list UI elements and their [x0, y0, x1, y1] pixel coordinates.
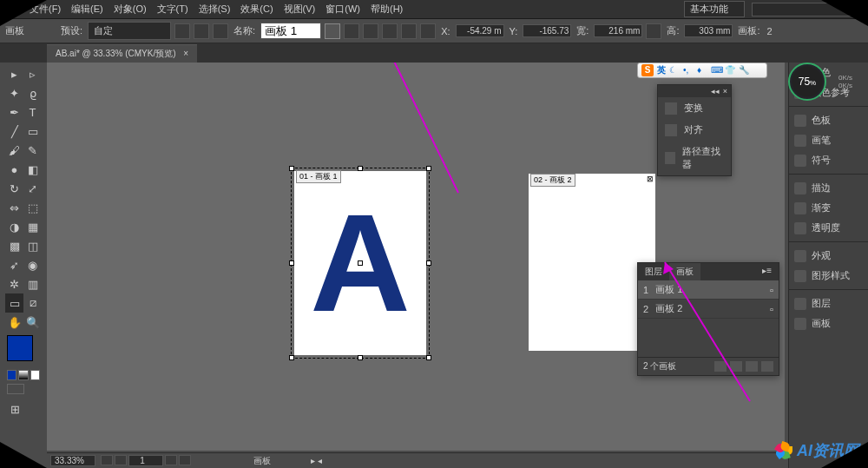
- gradient-tool-icon[interactable]: ◫: [23, 236, 42, 255]
- edit-toolbar-icon[interactable]: ⊞: [5, 399, 24, 419]
- panel-gradient[interactable]: 渐变: [789, 198, 868, 218]
- ime-toolbar[interactable]: S 英 ☾ •, ♦ ⌨ 👕 🔧: [637, 63, 767, 78]
- zoom-level[interactable]: 33.33%: [50, 455, 95, 466]
- handle-icon[interactable]: [426, 355, 431, 360]
- panel-menu-icon[interactable]: ▸≡: [755, 263, 779, 280]
- eyedropper-tool-icon[interactable]: ➶: [5, 255, 23, 274]
- panel-item-transform[interactable]: 变换: [658, 97, 731, 119]
- panel-item-pathfinder[interactable]: 路径查找器: [658, 141, 731, 175]
- delete-artboard-icon[interactable]: [761, 361, 773, 372]
- width-tool-icon[interactable]: ⇔: [5, 198, 23, 217]
- pencil-tool-icon[interactable]: ✎: [23, 141, 42, 160]
- align-buttons-icon-3[interactable]: [382, 23, 398, 39]
- lasso-tool-icon[interactable]: ϱ: [23, 83, 42, 102]
- panel-stroke[interactable]: 描边: [789, 178, 868, 198]
- selection-tool-icon[interactable]: ▸: [5, 64, 23, 83]
- zoom-tool-icon[interactable]: 🔍: [23, 313, 42, 332]
- orient-landscape-icon[interactable]: [194, 23, 209, 39]
- menu-help[interactable]: 帮助(H): [365, 3, 408, 16]
- handle-icon[interactable]: [426, 166, 431, 171]
- panel-titlebar[interactable]: ◂◂×: [658, 85, 731, 97]
- fill-swatch[interactable]: [7, 335, 33, 361]
- handle-icon[interactable]: [289, 260, 294, 266]
- panel-transparency[interactable]: 透明度: [789, 218, 868, 238]
- artboards-panel[interactable]: 图层 画板 ▸≡ 1 画板 1 ▫ 2 画板 2 ▫ 2 个画板: [637, 262, 779, 376]
- ime-keyboard-icon[interactable]: ⌨: [711, 65, 721, 76]
- nav-last-icon[interactable]: [179, 455, 191, 465]
- link-wh-icon[interactable]: [646, 23, 661, 39]
- row-options-icon[interactable]: ▫: [770, 304, 773, 314]
- tab-artboards[interactable]: 画板: [669, 263, 700, 280]
- move-up-icon[interactable]: [714, 361, 727, 372]
- eraser-tool-icon[interactable]: ◧: [23, 160, 42, 179]
- scale-tool-icon[interactable]: ⤢: [23, 179, 42, 198]
- nav-next-icon[interactable]: [165, 455, 177, 465]
- artboard-options-icon[interactable]: [213, 23, 228, 39]
- grid-icon[interactable]: [420, 23, 436, 39]
- collapse-icon[interactable]: ◂◂: [711, 87, 720, 96]
- tab-layers[interactable]: 图层: [638, 263, 669, 280]
- artboard-1[interactable]: 01 - 画板 1 A: [294, 171, 426, 355]
- orient-portrait-icon[interactable]: [174, 23, 190, 39]
- status-arrow-icon[interactable]: ▸ ◂: [311, 456, 322, 465]
- move-with-artboard-icon[interactable]: [325, 23, 340, 39]
- workspace-dropdown[interactable]: 基本功能: [684, 1, 745, 17]
- menu-object[interactable]: 对象(O): [108, 3, 152, 16]
- new-artboard-icon[interactable]: [746, 361, 758, 372]
- screen-mode-icon[interactable]: [7, 384, 24, 394]
- y-input[interactable]: [523, 24, 571, 37]
- free-transform-tool-icon[interactable]: ⬚: [23, 198, 42, 217]
- panel-swatches[interactable]: 色板: [789, 110, 868, 130]
- panel-appearance[interactable]: 外观: [789, 246, 868, 266]
- blend-tool-icon[interactable]: ◉: [23, 255, 42, 274]
- canvas-area[interactable]: S 英 ☾ •, ♦ ⌨ 👕 🔧 01 - 画板 1 A 02 - 画板 2 ⊠…: [47, 63, 785, 451]
- rectangle-tool-icon[interactable]: ▭: [23, 122, 42, 141]
- artboard-2-close-icon[interactable]: ⊠: [647, 175, 654, 183]
- type-tool-icon[interactable]: T: [23, 102, 42, 122]
- ime-mic-icon[interactable]: ♦: [697, 65, 707, 76]
- ime-wrench-icon[interactable]: 🔧: [739, 65, 749, 76]
- transform-panel[interactable]: ◂◂× 变换 对齐 路径查找器: [657, 84, 732, 176]
- close-tab-icon[interactable]: ×: [183, 49, 188, 58]
- panel-artboards[interactable]: 画板: [789, 313, 868, 333]
- menu-type[interactable]: 文字(T): [152, 3, 194, 16]
- width-input[interactable]: [594, 24, 642, 37]
- menu-window[interactable]: 窗口(W): [320, 3, 365, 16]
- mesh-tool-icon[interactable]: ▩: [5, 236, 23, 255]
- symbol-sprayer-tool-icon[interactable]: ✲: [5, 274, 23, 293]
- nav-prev-icon[interactable]: [115, 455, 127, 465]
- slice-tool-icon[interactable]: ⧄: [23, 293, 42, 313]
- color-mode-icon[interactable]: [7, 370, 16, 380]
- ime-person-icon[interactable]: 👕: [725, 65, 735, 76]
- align-buttons-icon[interactable]: [344, 23, 359, 39]
- hand-tool-icon[interactable]: ✋: [5, 313, 23, 332]
- stroke-swatch[interactable]: [18, 346, 39, 367]
- handle-icon[interactable]: [426, 260, 431, 266]
- pen-tool-icon[interactable]: ✒: [5, 102, 23, 122]
- nav-first-icon[interactable]: [101, 455, 113, 465]
- x-input[interactable]: [456, 24, 504, 37]
- document-tab[interactable]: AB.ai* @ 33.33% (CMYK/预览) ×: [47, 44, 197, 63]
- perspective-tool-icon[interactable]: ▦: [23, 217, 42, 236]
- move-down-icon[interactable]: [730, 361, 742, 372]
- handle-center-icon[interactable]: [358, 260, 363, 266]
- rotate-tool-icon[interactable]: ↻: [5, 179, 23, 198]
- height-input[interactable]: [684, 24, 733, 37]
- reference-point-icon[interactable]: [401, 23, 417, 39]
- none-mode-icon[interactable]: [30, 370, 40, 380]
- gradient-mode-icon[interactable]: [18, 370, 28, 380]
- menu-effect[interactable]: 效果(C): [235, 3, 278, 16]
- blob-brush-tool-icon[interactable]: ●: [5, 160, 23, 179]
- handle-icon[interactable]: [289, 166, 294, 171]
- menu-select[interactable]: 选择(S): [194, 3, 236, 16]
- panel-symbols[interactable]: 符号: [789, 150, 868, 170]
- nav-current[interactable]: 1: [128, 455, 163, 466]
- panel-item-align[interactable]: 对齐: [658, 119, 731, 141]
- artboard-row-2[interactable]: 2 画板 2 ▫: [638, 300, 779, 319]
- artboard-tool-icon[interactable]: ▭: [5, 293, 23, 313]
- handle-icon[interactable]: [358, 355, 363, 360]
- artboard-name-input[interactable]: [260, 23, 321, 39]
- line-tool-icon[interactable]: ╱: [5, 122, 23, 141]
- panel-graphic-styles[interactable]: 图形样式: [789, 266, 868, 286]
- close-icon[interactable]: ×: [723, 87, 727, 96]
